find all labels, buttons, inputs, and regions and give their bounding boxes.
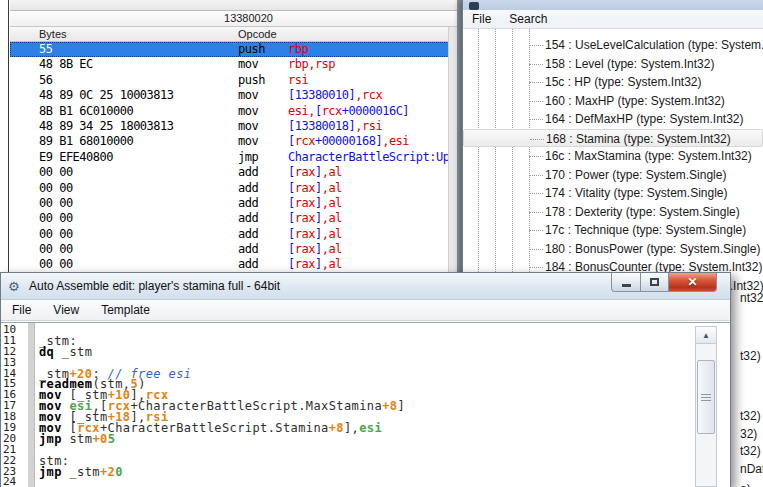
field-tree-item[interactable]: 180 : BonusPower (type: System.Single)	[463, 240, 763, 259]
operand-token: ]	[315, 211, 322, 225]
operand-token: [13380018]	[288, 119, 355, 133]
disassembly-row[interactable]: 56pushrsi	[10, 73, 457, 88]
operands-cell: [rax],al	[288, 257, 457, 272]
disassembly-row[interactable]: 00 00add[rax],al	[10, 242, 457, 257]
scrollbar-grip-icon	[701, 394, 711, 401]
mnemonic-cell: add	[238, 227, 288, 242]
operand-token: ]	[315, 242, 322, 256]
address-cell	[10, 42, 39, 57]
disassembly-row[interactable]: 00 00add[rax],al	[10, 257, 457, 272]
bytes-cell: 48 89 34 25 18003813	[39, 119, 238, 134]
disassembly-row[interactable]: 00 00add[rax],al	[10, 211, 457, 226]
menu-item-template[interactable]: Template	[90, 300, 161, 321]
maximize-button[interactable]	[641, 273, 669, 292]
field-tree-item[interactable]: 170 : Power (type: System.Single)	[463, 166, 763, 185]
operand-token: CharacterBattleScript:Upd	[288, 150, 456, 164]
code-token: 5	[108, 432, 116, 446]
operand-token: rax	[295, 165, 315, 179]
operand-token: [	[288, 165, 295, 179]
minimize-icon	[622, 284, 631, 287]
structure-window-titlebar-sliver[interactable]	[463, 0, 763, 10]
address-cell	[10, 88, 39, 103]
operand-token: ,al	[322, 181, 342, 195]
bytes-cell: 00 00	[39, 227, 238, 242]
field-tree-item[interactable]: 168 : Stamina (type: System.Int32)	[463, 129, 763, 148]
disassembly-row[interactable]: 48 89 34 25 18003813mov[13380018],rsi	[10, 119, 457, 134]
disassembly-row[interactable]: E9 EFE40800jmpCharacterBattleScript:Upd	[10, 150, 457, 165]
code-line: _stm:	[39, 336, 691, 347]
bytes-column-header[interactable]: Bytes	[39, 27, 238, 41]
close-button[interactable]: ✕	[669, 273, 717, 292]
field-tree-item[interactable]: 160 : MaxHP (type: System.Int32)	[463, 92, 763, 111]
opcode-column-header[interactable]: Opcode	[238, 27, 457, 41]
operands-cell: [rax],al	[288, 181, 457, 196]
field-tree-item-label: 17c : Technique (type: System.Single)	[545, 223, 746, 237]
operands-cell: [13380018],rsi	[288, 119, 457, 134]
operand-token: ,esi	[382, 134, 409, 148]
script-code-area[interactable]: _stm:dq _stm_stm+20: // free esireadmem(…	[39, 325, 691, 487]
field-tree-item[interactable]: 15c : HP (type: System.Int32)	[463, 73, 763, 92]
address-cell	[10, 257, 39, 272]
tree-connector-icon	[529, 230, 543, 231]
code-line	[39, 477, 691, 487]
disassembly-row[interactable]: 00 00add[rax],al	[10, 227, 457, 242]
menu-item-view[interactable]: View	[42, 300, 90, 321]
menu-item-file[interactable]: File	[1, 300, 42, 321]
menu-item-file[interactable]: File	[463, 10, 500, 28]
field-tree-item-fragment: t32)	[740, 349, 761, 363]
field-tree-item[interactable]: 178 : Dexterity (type: System.Single)	[463, 203, 763, 222]
editor-scrollbar[interactable]: ▲	[695, 326, 717, 487]
window-title: Auto Assemble edit: player's stamina ful…	[29, 279, 280, 293]
operands-cell: [rax],al	[288, 165, 457, 180]
code-token: +CharacterBattleScript.Stamina	[100, 421, 329, 435]
disassembly-row[interactable]: 8B B1 6C010000movesi,[rcx+0000016C]	[10, 104, 457, 119]
operand-token: ,al	[322, 242, 342, 256]
field-tree-item[interactable]: 158 : Level (type: System.Int32)	[463, 55, 763, 74]
disassembly-row[interactable]: 00 00add[rax],al	[10, 165, 457, 180]
disassembly-row[interactable]: 00 00add[rax],al	[10, 181, 457, 196]
disassembly-row[interactable]: 48 89 0C 25 10003813mov[13380010],rcx	[10, 88, 457, 103]
script-editor[interactable]: 101112131415161718192021222324 _stm:dq _…	[1, 322, 730, 487]
disassembly-row[interactable]: 48 8B ECmovrbp,rsp	[10, 57, 457, 72]
field-tree-item[interactable]: 17c : Technique (type: System.Single)	[463, 221, 763, 240]
address-cell	[10, 134, 39, 149]
operand-token: ]	[315, 196, 322, 210]
tree-connector-icon	[529, 175, 543, 176]
operand-token: ,al	[322, 196, 342, 210]
disassembler-top-strip	[10, 0, 457, 11]
code-token: 0	[115, 465, 123, 479]
auto-assemble-window: ⚙ Auto Assemble edit: player's stamina f…	[0, 272, 731, 487]
bytes-cell: 00 00	[39, 211, 238, 226]
field-tree-item[interactable]: 164 : DefMaxHP (type: System.Int32)	[463, 110, 763, 129]
scrollbar-thumb[interactable]	[697, 360, 715, 434]
field-tree-item-label: 160 : MaxHP (type: System.Int32)	[545, 94, 725, 108]
field-tree-item-label: 174 : Vitality (type: System.Single)	[545, 186, 728, 200]
operands-cell: rbp,rsp	[288, 57, 457, 72]
operands-cell: [rcx+00000168],esi	[288, 134, 457, 149]
address-cell	[10, 104, 39, 119]
operand-token: rcx	[322, 104, 342, 118]
mnemonic-cell: push	[238, 42, 288, 57]
field-tree-item[interactable]: 16c : MaxStamina (type: System.Int32)	[463, 147, 763, 166]
disassembler-address-header: 13380020	[10, 11, 457, 27]
field-tree-item[interactable]: 174 : Vitality (type: System.Single)	[463, 184, 763, 203]
field-tree-item[interactable]: 154 : UseLevelCalculation (type: System.…	[463, 36, 763, 55]
menu-item-search[interactable]: Search	[500, 10, 556, 28]
code-line: stm:	[39, 456, 691, 467]
gutter-separator	[28, 323, 35, 487]
auto-assemble-titlebar[interactable]: ⚙ Auto Assemble edit: player's stamina f…	[1, 273, 730, 300]
bytes-cell: 00 00	[39, 196, 238, 211]
code-line: mov [rcx+CharacterBattleScript.Stamina+8…	[39, 423, 691, 434]
disassembly-row[interactable]: 55pushrbp	[10, 42, 457, 57]
field-tree-item-fragment: 32)	[740, 427, 757, 441]
code-token: +0	[92, 432, 107, 446]
field-tree-item-label: 178 : Dexterity (type: System.Single)	[545, 205, 740, 219]
mnemonic-cell: push	[238, 73, 288, 88]
disassembly-row[interactable]: 00 00add[rax],al	[10, 196, 457, 211]
address-column-header[interactable]	[10, 27, 39, 41]
minimize-button[interactable]	[611, 273, 641, 292]
address-cell	[10, 196, 39, 211]
disassembler-scrollbar-sliver[interactable]	[448, 27, 457, 274]
scroll-up-arrow-icon[interactable]: ▲	[696, 327, 716, 344]
disassembly-row[interactable]: 89 B1 68010000mov[rcx+00000168],esi	[10, 134, 457, 149]
